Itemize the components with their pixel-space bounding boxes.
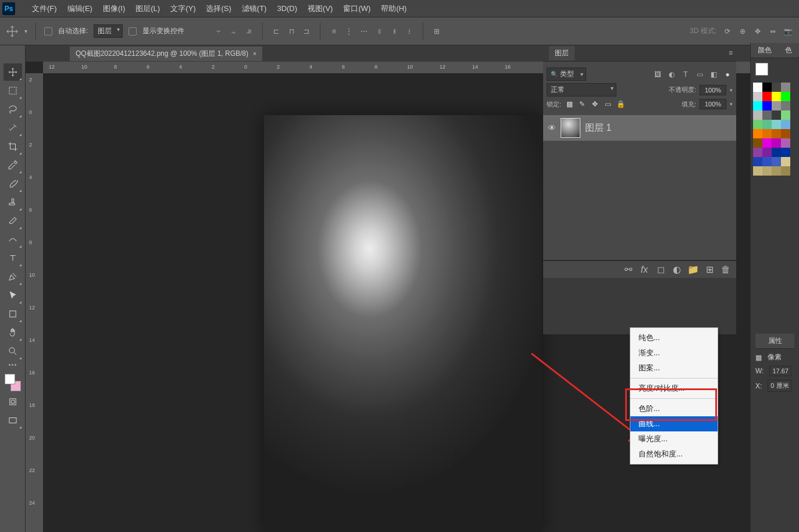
close-tab-icon[interactable]: × [253, 51, 256, 57]
dist-6-icon[interactable]: ⫶ [404, 26, 415, 37]
swatch[interactable] [781, 148, 790, 157]
dist-3-icon[interactable]: ⋯ [359, 26, 369, 37]
layers-tab[interactable]: 图层 [549, 46, 575, 60]
dist-1-icon[interactable]: ≡ [329, 26, 339, 37]
dist-4-icon[interactable]: ⫴ [374, 26, 384, 37]
lock-paint-icon[interactable]: ✎ [577, 99, 587, 109]
lock-pixels-icon[interactable]: ▩ [565, 99, 574, 109]
swatch[interactable] [753, 101, 762, 110]
menu-help[interactable]: 帮助(H) [376, 3, 412, 14]
stamp-tool[interactable] [3, 194, 22, 211]
ctx-item-7[interactable]: 自然饱和度... [630, 447, 718, 462]
path-select-tool[interactable] [3, 287, 22, 304]
swatch[interactable] [781, 120, 790, 129]
swatch[interactable] [762, 101, 772, 110]
swatch[interactable] [772, 120, 781, 129]
lock-artboard-icon[interactable]: ▭ [603, 99, 612, 109]
align-left-icon[interactable]: ⊏ [271, 26, 281, 37]
auto-select-checkbox[interactable] [44, 27, 52, 35]
align-bottom-icon[interactable]: ⫡ [244, 26, 254, 37]
eraser-tool[interactable] [3, 212, 22, 230]
type-tool[interactable] [3, 249, 22, 267]
swatch[interactable] [772, 92, 781, 101]
swatch[interactable] [753, 157, 762, 166]
swatch[interactable] [772, 157, 781, 166]
brush-tool[interactable] [3, 175, 22, 192]
w-value[interactable]: 17.67 [769, 366, 791, 376]
menu-filter[interactable]: 滤镜(T) [237, 3, 272, 14]
layer-thumbnail[interactable] [561, 118, 580, 138]
document-tab[interactable]: QQ截图20220412123642.png @ 100% (图层 1, RGB… [70, 47, 262, 61]
menu-edit[interactable]: 编辑(E) [62, 3, 98, 14]
more-options-icon[interactable]: ⊞ [431, 26, 442, 37]
canvas-image[interactable] [264, 115, 542, 532]
swatch[interactable] [762, 120, 772, 129]
menu-image[interactable]: 图像(I) [98, 3, 130, 14]
swatch[interactable] [781, 83, 790, 92]
swatch[interactable] [781, 129, 790, 138]
ctx-item-1[interactable]: 渐变... [630, 345, 718, 360]
adjustment-layer-icon[interactable]: ◐ [672, 265, 682, 274]
menu-layer[interactable]: 图层(L) [130, 3, 165, 14]
ctx-item-0[interactable]: 纯色... [630, 330, 718, 345]
new-layer-icon[interactable]: ⊞ [705, 265, 714, 274]
swatch[interactable] [762, 138, 772, 148]
dist-2-icon[interactable]: ⋮ [344, 26, 354, 37]
lasso-tool[interactable] [3, 101, 22, 118]
filter-image-icon[interactable]: 🖼 [652, 69, 663, 80]
swatch[interactable] [772, 110, 781, 120]
magic-wand-tool[interactable] [3, 119, 22, 137]
swatch[interactable] [753, 120, 762, 129]
3d-slide-icon[interactable]: ⇔ [768, 26, 778, 37]
filter-toggle-icon[interactable]: ● [722, 69, 733, 80]
swatch[interactable] [781, 157, 790, 166]
swatch[interactable] [762, 110, 772, 120]
swatch[interactable] [781, 92, 790, 101]
filter-type-icon[interactable]: T [680, 69, 691, 80]
edit-toolbar-icon[interactable] [9, 364, 16, 366]
3d-roll-icon[interactable]: ⊕ [737, 26, 748, 37]
filter-adjust-icon[interactable]: ◐ [666, 69, 677, 80]
blend-mode-select[interactable]: 正常 [547, 83, 616, 97]
x-value[interactable]: 0 厘米 [768, 380, 791, 392]
swatch[interactable] [753, 110, 762, 120]
lock-position-icon[interactable]: ✥ [590, 99, 600, 109]
align-vcenter-icon[interactable]: ⫠ [229, 26, 239, 37]
shape-tool[interactable] [3, 305, 22, 323]
properties-tab[interactable]: 属性 [755, 334, 794, 349]
3d-pan-icon[interactable]: ✥ [752, 26, 763, 37]
swatch[interactable] [753, 166, 762, 176]
color-tab[interactable]: 颜色 [758, 45, 772, 55]
show-transform-checkbox[interactable] [129, 27, 137, 35]
link-layers-icon[interactable]: ⚯ [623, 265, 633, 274]
swatch[interactable] [753, 92, 762, 101]
filter-shape-icon[interactable]: ▭ [694, 69, 705, 80]
hand-tool[interactable] [3, 324, 22, 341]
swatch[interactable] [772, 129, 781, 138]
crop-tool[interactable] [3, 138, 22, 155]
screen-mode-tool[interactable] [3, 412, 22, 429]
align-hcenter-icon[interactable]: ⊓ [286, 26, 297, 37]
group-icon[interactable]: 📁 [689, 265, 698, 274]
eyedropper-tool[interactable] [3, 156, 22, 174]
swatch[interactable] [781, 101, 790, 110]
swatch[interactable] [781, 110, 790, 120]
swatch[interactable] [762, 166, 772, 176]
align-top-icon[interactable]: ⫟ [213, 26, 224, 37]
opacity-input[interactable]: 100% [700, 85, 726, 95]
swatch[interactable] [772, 138, 781, 148]
menu-select[interactable]: 选择(S) [201, 3, 236, 14]
swatch[interactable] [772, 166, 781, 176]
swatch[interactable] [753, 138, 762, 148]
swatch[interactable] [762, 83, 772, 92]
layer-mask-icon[interactable]: ◻ [656, 265, 665, 274]
lock-all-icon[interactable]: 🔒 [616, 99, 625, 109]
layer-name[interactable]: 图层 1 [585, 122, 611, 134]
swatch[interactable] [753, 148, 762, 157]
ctx-item-3[interactable]: 亮度/对比度... [630, 381, 718, 396]
delete-layer-icon[interactable]: 🗑 [721, 265, 730, 274]
ctx-item-5[interactable]: 曲线... [630, 416, 718, 431]
menu-3d[interactable]: 3D(D) [272, 4, 302, 13]
layer-fx-icon[interactable]: fx [640, 265, 649, 274]
visibility-icon[interactable]: 👁 [548, 123, 556, 133]
